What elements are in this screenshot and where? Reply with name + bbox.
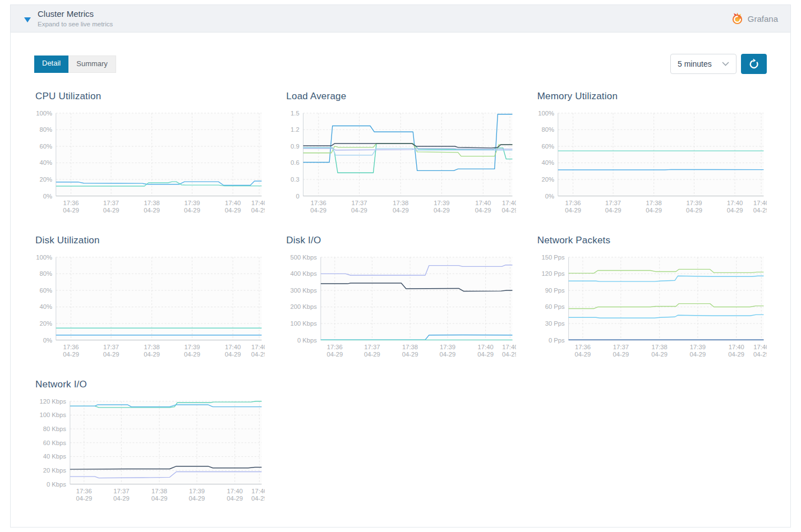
svg-text:17:39: 17:39 <box>686 200 702 206</box>
svg-text:04-29: 04-29 <box>478 351 494 358</box>
svg-text:04-29: 04-29 <box>651 351 668 358</box>
svg-text:17:36: 17:36 <box>575 344 591 350</box>
disk-utilization-plot: 0%20%40%60%80%100%17:3604-2917:3704-2917… <box>34 252 265 364</box>
panel-header: Cluster Metrics Expand to see live metri… <box>11 5 790 33</box>
svg-text:400 Kbps: 400 Kbps <box>291 270 317 277</box>
svg-text:04-29: 04-29 <box>753 351 767 358</box>
svg-text:17:40: 17:40 <box>225 200 241 206</box>
svg-text:17:40: 17:40 <box>728 344 744 350</box>
svg-text:80 Kbps: 80 Kbps <box>43 425 67 432</box>
svg-text:17:39: 17:39 <box>189 488 205 494</box>
svg-text:04-29: 04-29 <box>103 351 119 358</box>
svg-text:100%: 100% <box>36 253 52 260</box>
svg-text:17:38: 17:38 <box>144 200 160 206</box>
svg-text:100%: 100% <box>36 110 52 117</box>
svg-text:17:39: 17:39 <box>440 344 455 350</box>
svg-text:17:37: 17:37 <box>103 344 119 350</box>
chart-title: Memory Utilization <box>537 91 767 102</box>
svg-text:04-29: 04-29 <box>502 351 515 358</box>
svg-text:100 Kbps: 100 Kbps <box>39 411 66 418</box>
svg-text:04-29: 04-29 <box>393 207 409 214</box>
svg-text:20%: 20% <box>541 176 554 183</box>
svg-text:0: 0 <box>296 193 300 200</box>
time-range-select[interactable]: 5 minutes <box>670 54 736 74</box>
svg-text:17:38: 17:38 <box>151 488 167 494</box>
svg-text:17:40: 17:40 <box>251 488 265 494</box>
svg-text:60 Pps: 60 Pps <box>545 303 564 310</box>
svg-text:04-29: 04-29 <box>605 207 621 214</box>
load-average-plot: 00.30.60.91.21.517:3604-2917:3704-2917:3… <box>285 108 515 220</box>
svg-text:17:40: 17:40 <box>251 200 265 206</box>
svg-text:20%: 20% <box>39 176 52 183</box>
collapse-triangle-icon[interactable] <box>24 17 31 22</box>
svg-text:04-29: 04-29 <box>565 207 581 214</box>
svg-text:04-29: 04-29 <box>184 351 200 358</box>
svg-text:17:36: 17:36 <box>63 200 79 206</box>
svg-text:40 Kbps: 40 Kbps <box>43 453 67 460</box>
svg-text:0.3: 0.3 <box>291 176 300 183</box>
svg-text:60%: 60% <box>541 143 554 150</box>
svg-text:04-29: 04-29 <box>502 207 516 214</box>
svg-text:04-29: 04-29 <box>351 207 367 214</box>
svg-text:17:37: 17:37 <box>365 344 380 350</box>
svg-text:04-29: 04-29 <box>728 351 744 358</box>
svg-text:17:40: 17:40 <box>475 200 491 206</box>
svg-text:17:40: 17:40 <box>478 344 494 350</box>
svg-text:0 Kbps: 0 Kbps <box>297 336 317 343</box>
svg-text:04-29: 04-29 <box>76 495 92 502</box>
svg-text:17:36: 17:36 <box>76 488 92 494</box>
svg-text:300 Kbps: 300 Kbps <box>291 287 317 294</box>
svg-text:04-29: 04-29 <box>251 351 265 358</box>
cpu-utilization-plot: 0%20%40%60%80%100%17:3604-2917:3704-2917… <box>34 108 265 220</box>
svg-text:17:38: 17:38 <box>393 200 409 206</box>
svg-text:0%: 0% <box>545 193 554 200</box>
svg-text:04-29: 04-29 <box>402 351 418 358</box>
svg-text:17:37: 17:37 <box>605 200 621 206</box>
grafana-brand[interactable]: Grafana <box>731 12 778 25</box>
svg-text:04-29: 04-29 <box>103 207 119 214</box>
chart-disk-utilization: Disk Utilization 0%20%40%60%80%100%17:36… <box>34 235 265 364</box>
svg-text:04-29: 04-29 <box>440 351 456 358</box>
svg-text:17:39: 17:39 <box>689 344 705 350</box>
svg-text:04-29: 04-29 <box>225 351 241 358</box>
svg-text:17:37: 17:37 <box>113 488 129 494</box>
svg-text:04-29: 04-29 <box>151 495 168 502</box>
refresh-counterclockwise-icon <box>748 58 760 70</box>
svg-text:17:40: 17:40 <box>225 344 241 350</box>
svg-text:40%: 40% <box>39 159 52 166</box>
svg-text:200 Kbps: 200 Kbps <box>291 303 317 310</box>
svg-text:120 Pps: 120 Pps <box>541 270 565 277</box>
chart-title: Disk I/O <box>286 235 515 246</box>
chart-load-average: Load Average 00.30.60.91.21.517:3604-291… <box>285 91 515 220</box>
svg-text:90 Pps: 90 Pps <box>545 287 564 294</box>
svg-text:100%: 100% <box>538 110 554 117</box>
svg-text:40%: 40% <box>39 303 52 310</box>
charts-grid: CPU Utilization 0%20%40%60%80%100%17:360… <box>34 91 767 508</box>
svg-text:17:37: 17:37 <box>613 344 628 350</box>
svg-text:17:40: 17:40 <box>227 488 243 494</box>
chart-title: Network Packets <box>537 235 767 246</box>
svg-text:40%: 40% <box>541 159 554 166</box>
svg-text:04-29: 04-29 <box>613 351 629 358</box>
svg-text:150 Pps: 150 Pps <box>541 253 565 260</box>
svg-text:0%: 0% <box>43 336 52 343</box>
refresh-button[interactable] <box>741 54 767 74</box>
svg-text:17:36: 17:36 <box>63 344 79 350</box>
tab-summary[interactable]: Summary <box>68 55 116 73</box>
svg-text:17:36: 17:36 <box>565 200 581 206</box>
page-title: Cluster Metrics <box>38 9 113 19</box>
chart-disk-io: Disk I/O 0 Kbps100 Kbps200 Kbps300 Kbps4… <box>285 235 515 364</box>
svg-text:04-29: 04-29 <box>184 207 200 214</box>
svg-text:04-29: 04-29 <box>227 495 243 502</box>
tab-detail[interactable]: Detail <box>34 55 68 73</box>
svg-text:04-29: 04-29 <box>113 495 130 502</box>
svg-text:17:38: 17:38 <box>646 200 661 206</box>
svg-text:60 Kbps: 60 Kbps <box>43 439 67 446</box>
svg-text:04-29: 04-29 <box>646 207 662 214</box>
svg-text:17:39: 17:39 <box>184 344 200 350</box>
svg-text:0.9: 0.9 <box>291 143 300 150</box>
svg-text:80%: 80% <box>39 126 52 133</box>
svg-text:17:36: 17:36 <box>311 200 326 206</box>
chart-title: Disk Utilization <box>35 235 265 246</box>
chart-network-io: Network I/O 0 Kbps20 Kbps40 Kbps60 Kbps8… <box>34 379 265 508</box>
